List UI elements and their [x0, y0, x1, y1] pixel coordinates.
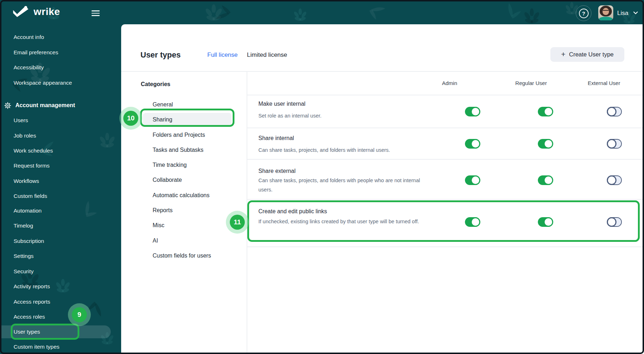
page-title: User types — [140, 50, 181, 60]
sidebar-item-access-roles[interactable]: Access roles — [14, 311, 45, 322]
plus-icon: + — [561, 50, 565, 59]
row-description: If unchecked, existing links created by … — [258, 217, 421, 226]
row-description: Set role as an internal user. — [258, 112, 421, 119]
row-title-share-external: Share external — [258, 167, 296, 175]
sidebar-item-automation[interactable]: Automation — [14, 205, 41, 216]
sidebar-item-activity-reports[interactable]: Activity reports — [14, 281, 50, 292]
category-ai[interactable]: AI — [153, 235, 158, 246]
toggle-make-user-internal-regular[interactable] — [538, 107, 553, 116]
toggle-share-external-external[interactable] — [607, 175, 622, 185]
create-user-type-label: Create User type — [569, 51, 614, 58]
toggle-make-user-internal-external[interactable] — [607, 107, 622, 116]
sidebar-item-accessibility[interactable]: Accessibility — [14, 62, 44, 73]
sidebar-item-user-types[interactable]: User types — [14, 326, 40, 337]
sidebar-item-users[interactable]: Users — [14, 115, 28, 126]
row-divider — [247, 159, 644, 160]
row-title-create-and-edit-public-links: Create and edit public links — [258, 208, 327, 215]
toggle-public-links-external[interactable] — [607, 217, 622, 227]
sidebar-section-account-management[interactable]: Account management — [15, 100, 75, 111]
sidebar-item-request-forms[interactable]: Request forms — [14, 160, 50, 171]
table-header-divider — [247, 95, 644, 95]
tab-limited-license[interactable]: Limited license — [247, 51, 287, 59]
license-tabs: Full license Limited license — [207, 51, 287, 59]
category-sharing[interactable]: Sharing — [153, 114, 172, 125]
create-user-type-button[interactable]: + Create User type — [550, 47, 624, 62]
toggle-share-internal-external[interactable] — [607, 139, 622, 149]
gear-icon — [4, 102, 11, 109]
tab-full-license[interactable]: Full license — [207, 51, 238, 59]
toggle-share-external-regular[interactable] — [538, 175, 553, 185]
sidebar-item-job-roles[interactable]: Job roles — [14, 130, 36, 141]
sidebar-item-timelog[interactable]: Timelog — [14, 220, 33, 231]
sidebar-item-workflows[interactable]: Workflows — [14, 176, 39, 186]
wrike-logo-icon — [12, 6, 30, 18]
sidebar-item-custom-fields[interactable]: Custom fields — [14, 191, 47, 201]
toggle-public-links-regular[interactable] — [538, 217, 553, 227]
categories-divider — [247, 71, 247, 353]
category-time-tracking[interactable]: Time tracking — [153, 160, 187, 170]
sidebar-item-custom-item-types[interactable]: Custom item types — [14, 341, 59, 352]
category-reports[interactable]: Reports — [153, 205, 173, 216]
toggle-make-user-internal-admin[interactable] — [465, 107, 480, 116]
toggle-share-internal-regular[interactable] — [538, 139, 553, 149]
annotation-badge-9: 9 — [72, 307, 87, 322]
column-regular-user: Regular User — [515, 79, 547, 87]
row-description: Can share tasks, projects, and folders w… — [258, 176, 421, 194]
category-tasks-and-subtasks[interactable]: Tasks and Subtasks — [153, 145, 203, 155]
category-misc[interactable]: Misc — [153, 220, 164, 231]
sidebar-item-workspace-appearance[interactable]: Workspace appearance — [14, 78, 72, 88]
row-divider — [247, 246, 644, 247]
category-folders-and-projects[interactable]: Folders and Projects — [153, 130, 205, 140]
sidebar-item-settings[interactable]: Settings — [14, 251, 34, 261]
app-window: wrike ? Lisa Account info Email preferen… — [0, 0, 644, 354]
badge-9-halo — [68, 303, 91, 326]
category-collaborate[interactable]: Collaborate — [153, 175, 182, 185]
sidebar-item-access-reports[interactable]: Access reports — [14, 296, 50, 307]
category-automatic-calculations[interactable]: Automatic calculations — [153, 190, 209, 201]
category-general[interactable]: General — [153, 99, 173, 110]
category-custom-fields-for-users[interactable]: Custom fields for users — [153, 250, 211, 261]
row-title-share-internal: Share internal — [258, 134, 294, 142]
sidebar-item-account-info[interactable]: Account info — [14, 32, 44, 43]
user-menu-name[interactable]: Lisa — [617, 9, 628, 17]
toggle-share-external-admin[interactable] — [465, 175, 480, 185]
toggle-share-internal-admin[interactable] — [465, 139, 480, 149]
sidebar-item-subscription[interactable]: Subscription — [14, 236, 44, 246]
row-divider — [247, 128, 644, 128]
row-title-make-user-internal: Make user internal — [258, 100, 306, 108]
row-description: Can share tasks, projects, and folders w… — [258, 146, 421, 154]
row-divider — [247, 199, 644, 200]
column-external-user: External User — [588, 79, 620, 87]
sidebar-item-security[interactable]: Security — [14, 266, 34, 277]
hamburger-menu-icon[interactable] — [91, 10, 100, 16]
question-icon: ? — [579, 9, 589, 18]
help-button[interactable]: ? — [576, 5, 591, 21]
header-divider — [121, 71, 644, 72]
column-admin: Admin — [442, 79, 457, 87]
sidebar-item-email-preferences[interactable]: Email preferences — [14, 47, 58, 58]
avatar[interactable] — [598, 5, 613, 20]
chevron-down-icon[interactable] — [633, 11, 638, 15]
wrike-logo[interactable]: wrike — [12, 6, 60, 18]
sidebar-item-work-schedules[interactable]: Work schedules — [14, 145, 53, 156]
wrike-logo-text: wrike — [34, 6, 60, 18]
toggle-public-links-admin[interactable] — [465, 217, 480, 227]
categories-title: Categories — [141, 80, 170, 89]
